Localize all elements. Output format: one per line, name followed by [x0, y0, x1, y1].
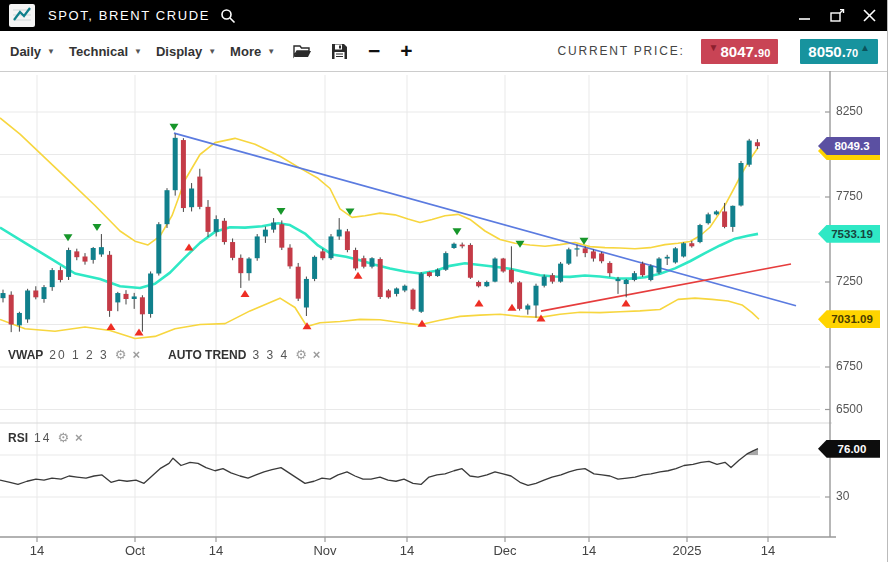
- time-axis-label: 14: [567, 543, 611, 558]
- more-menu-label: More: [230, 44, 261, 59]
- chevron-down-icon: ▼: [267, 47, 275, 56]
- time-axis-label: 14: [15, 543, 59, 558]
- vwap-indicator-params: 20 1 2 3: [49, 348, 108, 362]
- vwap-settings-gear-icon[interactable]: ⚙: [115, 349, 127, 361]
- bid-price-decimals: 90: [758, 47, 770, 59]
- autotrend-indicator-name: AUTO TREND: [168, 348, 246, 362]
- zoom-in-button[interactable]: +: [400, 41, 412, 61]
- rsi-settings-gear-icon[interactable]: ⚙: [57, 432, 69, 444]
- chart-toolbar: Daily ▼ Technical ▼ Display ▼ More ▼ − +…: [0, 31, 888, 72]
- time-axis-label: 14: [746, 543, 790, 558]
- trading-app-window: { "window": { "title": "SPOT, BRENT CRUD…: [0, 0, 888, 562]
- time-axis-label: Oct: [113, 543, 157, 558]
- more-menu[interactable]: More ▼: [230, 44, 275, 59]
- arrow-down-icon: ▼: [709, 42, 719, 53]
- display-menu[interactable]: Display ▼: [156, 44, 216, 59]
- current-price-label: CURRENT PRICE:: [558, 44, 685, 58]
- autotrend-remove-icon[interactable]: ×: [313, 349, 321, 361]
- chevron-down-icon: ▼: [134, 47, 142, 56]
- time-axis-label: Dec: [483, 543, 527, 558]
- bid-price-badge: ▼ 8047.90: [701, 39, 779, 64]
- price-axis-label: 6750: [836, 359, 863, 373]
- search-icon[interactable]: [220, 8, 236, 24]
- time-axis-label: 14: [385, 543, 429, 558]
- price-axis-label: 7750: [836, 189, 863, 203]
- time-axis-label: Nov: [303, 543, 347, 558]
- chevron-down-icon: ▼: [47, 47, 55, 56]
- price-axis-label: 7250: [836, 274, 863, 288]
- rsi-indicator-params: 14: [34, 431, 51, 445]
- display-menu-label: Display: [156, 44, 202, 59]
- vwap-remove-icon[interactable]: ×: [132, 349, 140, 361]
- chevron-down-icon: ▼: [208, 47, 216, 56]
- price-badge: 7533.19: [818, 225, 880, 243]
- bid-price-value: 8047.: [721, 43, 759, 60]
- autotrend-settings-gear-icon[interactable]: ⚙: [295, 349, 307, 361]
- zoom-out-button[interactable]: −: [368, 41, 380, 61]
- open-folder-icon[interactable]: [293, 43, 313, 59]
- price-chart-canvas[interactable]: [0, 71, 888, 562]
- rsi-value-badge: 76.00: [818, 440, 880, 458]
- close-icon[interactable]: [860, 7, 878, 25]
- arrow-up-icon: ▲: [860, 42, 870, 53]
- technical-menu-label: Technical: [69, 44, 128, 59]
- price-axis-label: 6500: [836, 402, 863, 416]
- vwap-indicator-name: VWAP: [8, 348, 43, 362]
- rsi-axis-label: 30: [836, 489, 849, 503]
- title-bar: SPOT, BRENT CRUDE: [0, 0, 888, 31]
- chart-area: VWAP 20 1 2 3 ⚙ × AUTO TREND 3 3 4 ⚙ × R…: [0, 71, 888, 562]
- technical-menu[interactable]: Technical ▼: [69, 44, 142, 59]
- ask-price-decimals: 70: [846, 47, 858, 59]
- timeframe-menu-label: Daily: [10, 44, 41, 59]
- current-price-section: CURRENT PRICE: ▼ 8047.90 8050.70 ▲: [558, 39, 880, 64]
- rsi-remove-icon[interactable]: ×: [75, 432, 83, 444]
- rsi-legend-row: RSI 14 ⚙ ×: [8, 431, 83, 445]
- time-axis-label: 14: [194, 543, 238, 558]
- rsi-indicator-name: RSI: [8, 431, 28, 445]
- price-badge: 8049.3: [818, 137, 880, 155]
- time-axis-label: 2025: [665, 543, 709, 558]
- minimize-icon[interactable]: [796, 7, 814, 25]
- price-axis-label: 8250: [836, 104, 863, 118]
- price-badge: 7031.09: [818, 310, 880, 328]
- timeframe-menu[interactable]: Daily ▼: [10, 44, 55, 59]
- save-icon[interactable]: [331, 43, 348, 60]
- window-title: SPOT, BRENT CRUDE: [48, 8, 210, 23]
- app-logo-icon: [9, 4, 35, 27]
- popout-restore-icon[interactable]: [828, 7, 846, 25]
- autotrend-indicator-params: 3 3 4: [252, 348, 289, 362]
- indicator-legend-row: VWAP 20 1 2 3 ⚙ × AUTO TREND 3 3 4 ⚙ ×: [8, 348, 320, 362]
- ask-price-badge: 8050.70 ▲: [800, 39, 878, 64]
- ask-price-value: 8050.: [808, 43, 846, 60]
